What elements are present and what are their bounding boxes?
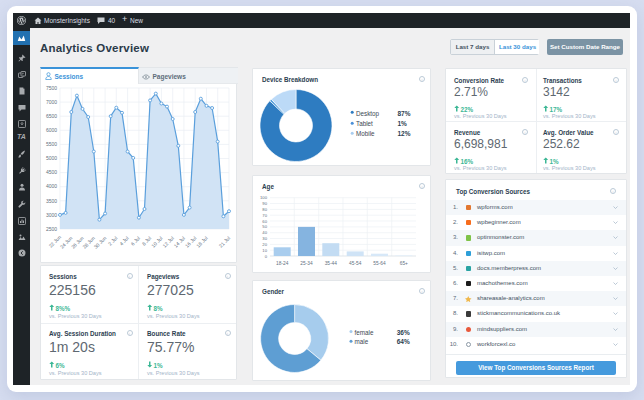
svg-text:90: 90 <box>262 201 267 206</box>
svg-text:35-44: 35-44 <box>325 261 338 266</box>
svg-text:14 Jul: 14 Jul <box>172 235 186 249</box>
svg-text:6000: 6000 <box>46 127 57 133</box>
svg-text:0: 0 <box>265 254 268 259</box>
svg-text:4000: 4000 <box>46 183 57 189</box>
svg-text:6500: 6500 <box>46 113 57 119</box>
svg-text:45-54: 45-54 <box>349 261 362 266</box>
svg-text:18 Jul: 18 Jul <box>195 235 209 249</box>
svg-text:100: 100 <box>260 195 268 200</box>
svg-text:30 Jun: 30 Jun <box>92 235 107 250</box>
svg-text:3000: 3000 <box>46 212 57 218</box>
svg-text:10 Jul: 10 Jul <box>150 235 164 249</box>
svg-text:2 Jul: 2 Jul <box>107 235 119 247</box>
svg-text:5000: 5000 <box>46 155 57 161</box>
svg-text:2500: 2500 <box>46 226 57 232</box>
svg-text:10: 10 <box>262 248 267 253</box>
svg-text:7000: 7000 <box>46 99 57 105</box>
svg-text:60: 60 <box>262 219 267 224</box>
svg-text:30: 30 <box>262 236 267 241</box>
svg-text:12 Jul: 12 Jul <box>161 235 175 249</box>
svg-text:4500: 4500 <box>46 169 57 175</box>
svg-text:65+: 65+ <box>400 261 408 266</box>
svg-text:6 Jul: 6 Jul <box>129 235 141 247</box>
svg-text:4 Jul: 4 Jul <box>118 235 130 247</box>
svg-text:20: 20 <box>262 242 267 247</box>
svg-text:50: 50 <box>262 224 267 229</box>
svg-text:25-34: 25-34 <box>300 261 313 266</box>
svg-text:5500: 5500 <box>46 141 57 147</box>
svg-text:7500: 7500 <box>46 85 57 91</box>
svg-text:16 Jul: 16 Jul <box>184 235 198 249</box>
svg-text:70: 70 <box>262 213 267 218</box>
svg-text:21 Jul: 21 Jul <box>218 235 232 249</box>
svg-text:3500: 3500 <box>46 198 57 204</box>
svg-text:80: 80 <box>262 207 267 212</box>
svg-text:40: 40 <box>262 230 267 235</box>
svg-text:18-24: 18-24 <box>276 261 289 266</box>
svg-text:55-64: 55-64 <box>373 261 386 266</box>
